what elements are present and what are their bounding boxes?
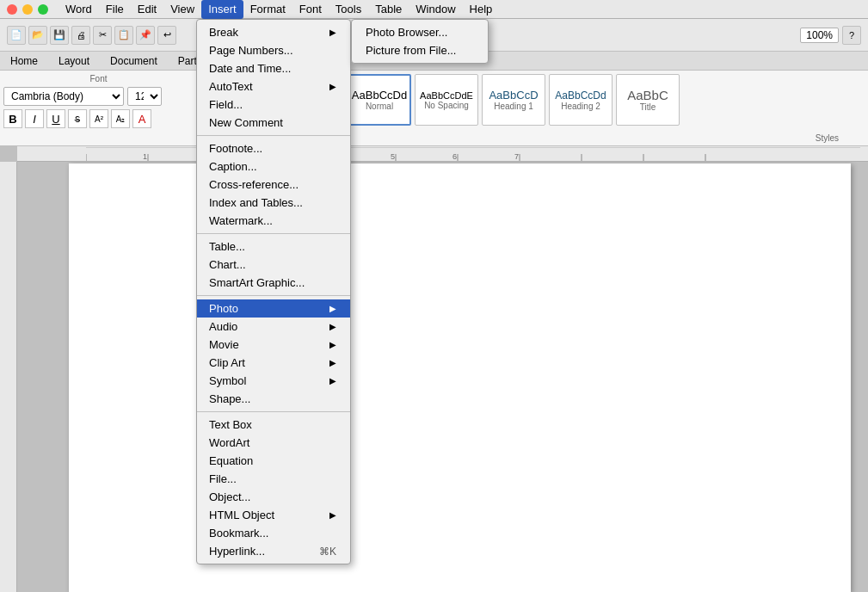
menu-file[interactable]: File — [99, 0, 131, 19]
style-heading1-label: Heading 1 — [494, 102, 533, 111]
menu-item-symbol[interactable]: Symbol ▶ — [197, 372, 350, 390]
toolbar-save-icon[interactable]: 💾 — [50, 26, 69, 45]
menu-item-table[interactable]: Table... — [197, 237, 350, 256]
menu-window[interactable]: Window — [409, 0, 462, 19]
style-heading2[interactable]: AaBbCcDd Heading 2 — [549, 74, 613, 126]
menu-item-date-time-label: Date and Time... — [209, 62, 291, 75]
menu-item-footnote[interactable]: Footnote... — [197, 139, 350, 157]
tab-document[interactable]: Document — [100, 52, 168, 70]
menu-edit[interactable]: Edit — [131, 0, 163, 19]
menu-item-shape-label: Shape... — [209, 392, 250, 405]
menu-item-file[interactable]: File... — [197, 470, 350, 488]
toolbar-paste-icon[interactable]: 📌 — [136, 26, 155, 45]
menu-item-clip-art[interactable]: Clip Art ▶ — [197, 354, 350, 372]
menu-font[interactable]: Font — [292, 0, 329, 19]
menu-item-watermark-label: Watermark... — [209, 214, 273, 227]
menu-item-field[interactable]: Field... — [197, 96, 350, 114]
menu-item-equation[interactable]: Equation — [197, 452, 350, 470]
menu-insert[interactable]: Insert — [201, 0, 243, 19]
separator-3 — [197, 295, 350, 296]
toolbar-cut-icon[interactable]: ✂ — [93, 26, 112, 45]
font-name-select[interactable]: Cambria (Body) — [3, 87, 124, 106]
photo-submenu: Photo Browser... Picture from File... — [351, 19, 489, 64]
italic-button[interactable]: I — [25, 109, 44, 128]
menu-item-clip-art-label: Clip Art — [209, 356, 245, 369]
menu-help[interactable]: Help — [463, 0, 500, 19]
menu-item-index-tables[interactable]: Index and Tables... — [197, 194, 350, 212]
styles-group-label: Styles — [816, 133, 839, 143]
menu-item-page-numbers[interactable]: Page Numbers... — [197, 41, 350, 59]
help-icon[interactable]: ? — [842, 26, 861, 45]
separator-4 — [197, 411, 350, 412]
menu-item-smartart[interactable]: SmartArt Graphic... — [197, 274, 350, 292]
style-normal-label: Normal — [366, 102, 393, 111]
svg-text:5: 5 — [391, 152, 395, 161]
menu-item-date-time[interactable]: Date and Time... — [197, 59, 350, 77]
menu-item-caption[interactable]: Caption... — [197, 157, 350, 176]
menu-item-chart[interactable]: Chart... — [197, 256, 350, 274]
submenu-item-picture-from-file[interactable]: Picture from File... — [352, 41, 488, 59]
menu-tools[interactable]: Tools — [329, 0, 368, 19]
menu-item-footnote-label: Footnote... — [209, 142, 262, 155]
font-size-select[interactable]: 12 — [127, 87, 162, 106]
font-format-buttons: B I U S̶ A² A₂ A — [3, 109, 194, 128]
style-no-spacing[interactable]: AaBbCcDdE No Spacing — [415, 74, 478, 126]
style-title[interactable]: AaBbC Title — [616, 74, 680, 126]
document-page[interactable] — [69, 163, 851, 592]
superscript-button[interactable]: A² — [89, 109, 108, 128]
toolbar-copy-icon[interactable]: 📋 — [114, 26, 133, 45]
menu-item-caption-label: Caption... — [209, 160, 257, 173]
toolbar-open-icon[interactable]: 📂 — [28, 26, 47, 45]
font-group: Font Cambria (Body) 12 B I U S̶ A² A₂ A — [0, 71, 198, 146]
insert-menu: Break ▶ Page Numbers... Date and Time...… — [196, 19, 351, 564]
toolbar-print-icon[interactable]: 🖨 — [71, 26, 90, 45]
style-normal[interactable]: AaBbCcDd Normal — [348, 74, 411, 126]
menu-item-html-object[interactable]: HTML Object ▶ — [197, 506, 350, 524]
minimize-button[interactable] — [22, 4, 33, 15]
menu-item-object[interactable]: Object... — [197, 488, 350, 506]
audio-arrow-icon: ▶ — [329, 322, 336, 331]
menu-item-autotext[interactable]: AutoText ▶ — [197, 77, 350, 96]
symbol-arrow-icon: ▶ — [329, 376, 336, 385]
underline-button[interactable]: U — [46, 109, 65, 128]
autotext-arrow-icon: ▶ — [329, 82, 336, 91]
menu-item-smartart-label: SmartArt Graphic... — [209, 276, 305, 289]
tab-home[interactable]: Home — [0, 52, 48, 70]
menu-item-shape[interactable]: Shape... — [197, 390, 350, 408]
menu-item-hyperlink-label: Hyperlink... — [209, 545, 265, 558]
photo-arrow-icon: ▶ — [329, 304, 336, 313]
maximize-button[interactable] — [38, 4, 48, 15]
menu-item-text-box[interactable]: Text Box — [197, 416, 350, 434]
menu-item-index-tables-label: Index and Tables... — [209, 196, 303, 209]
tab-layout[interactable]: Layout — [48, 52, 100, 70]
menu-view[interactable]: View — [163, 0, 201, 19]
menu-format[interactable]: Format — [243, 0, 292, 19]
close-button[interactable] — [7, 4, 17, 15]
menu-item-field-label: Field... — [209, 98, 243, 111]
subscript-button[interactable]: A₂ — [111, 109, 130, 128]
menu-item-photo[interactable]: Photo ▶ — [197, 299, 350, 318]
menu-item-bookmark[interactable]: Bookmark... — [197, 524, 350, 542]
menu-item-hyperlink[interactable]: Hyperlink... ⌘K — [197, 542, 350, 560]
submenu-item-photo-browser[interactable]: Photo Browser... — [352, 23, 488, 41]
menu-table[interactable]: Table — [368, 0, 409, 19]
menu-item-cross-reference[interactable]: Cross-reference... — [197, 176, 350, 194]
break-arrow-icon: ▶ — [329, 28, 336, 37]
submenu-photo-browser-label: Photo Browser... — [366, 26, 447, 39]
menu-item-wordart[interactable]: WordArt — [197, 434, 350, 452]
strikethrough-button[interactable]: S̶ — [68, 109, 87, 128]
font-color-button[interactable]: A — [132, 109, 151, 128]
style-heading1[interactable]: AaBbCcD Heading 1 — [482, 74, 545, 126]
menu-item-audio[interactable]: Audio ▶ — [197, 318, 350, 336]
clip-art-arrow-icon: ▶ — [329, 358, 336, 367]
bold-button[interactable]: B — [3, 109, 22, 128]
menu-item-break[interactable]: Break ▶ — [197, 23, 350, 41]
menu-item-movie[interactable]: Movie ▶ — [197, 336, 350, 354]
menu-item-new-comment[interactable]: New Comment — [197, 114, 350, 132]
toolbar-undo-icon[interactable]: ↩ — [157, 26, 176, 45]
menu-word[interactable]: Word — [58, 0, 99, 19]
toolbar-new-icon[interactable]: 📄 — [7, 26, 26, 45]
menu-item-watermark[interactable]: Watermark... — [197, 212, 350, 230]
menu-item-html-object-label: HTML Object — [209, 509, 274, 521]
ribbon-content: Font Cambria (Body) 12 B I U S̶ A² A₂ A … — [0, 71, 868, 146]
